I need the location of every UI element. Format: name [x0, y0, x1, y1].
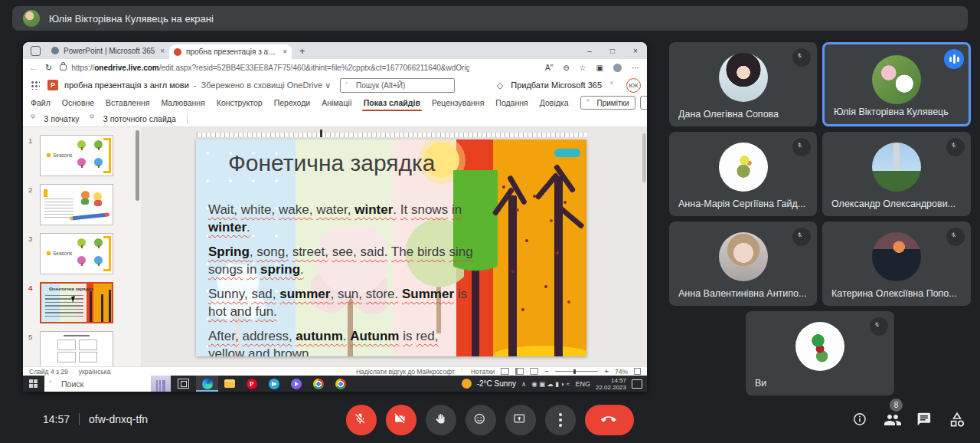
from-current-slide-button[interactable]: З поточного слайда	[90, 114, 175, 123]
new-tab-button[interactable]: +	[299, 45, 305, 57]
slide-sorter-icon[interactable]	[515, 368, 524, 375]
slide-title[interactable]: Фонетична зарядка	[228, 150, 435, 176]
notes-button[interactable]: Нотатки	[461, 368, 495, 376]
refresh-button[interactable]: ↻	[45, 63, 52, 73]
participant-tile[interactable]: Олександр Олександрови...	[822, 132, 971, 216]
taskbar-telegram-icon[interactable]	[263, 376, 285, 392]
normal-view-icon[interactable]	[501, 368, 509, 375]
taskbar-pinterest-icon[interactable]: P	[240, 376, 263, 392]
chat-button[interactable]	[916, 411, 934, 429]
maximize-button[interactable]: □	[601, 47, 624, 55]
ribbon-tab-design[interactable]: Конструктор	[217, 98, 263, 107]
ribbon-tab-draw[interactable]: Малювання	[161, 98, 204, 107]
tab1-close-icon[interactable]: ×	[160, 47, 165, 55]
ribbon-tab-animations[interactable]: Анімації	[322, 98, 351, 107]
system-tray-icons[interactable]: ◉ ▣ ☁ ▮ ◗ ≈	[531, 380, 570, 388]
back-button[interactable]: ←	[29, 63, 38, 72]
reactions-button[interactable]	[466, 405, 496, 435]
mic-muted-icon	[946, 228, 965, 246]
browser-profile-avatar[interactable]	[613, 64, 622, 72]
activities-button[interactable]	[948, 411, 966, 429]
meeting-details-button[interactable]	[851, 411, 870, 429]
saved-status[interactable]: Збережено в сховищі OneDrive ∨	[201, 80, 331, 90]
zoom-out-button[interactable]: −	[544, 367, 549, 376]
slide-body-text[interactable]: Wait, white, wake, water, winter. It sno…	[208, 201, 475, 356]
taskbar-clock[interactable]: 14:5722.02.2023	[596, 377, 626, 391]
browser-menu-icon[interactable]: ⋯	[632, 64, 639, 72]
tray-expand-icon[interactable]: ∧	[521, 380, 526, 388]
participant-tile[interactable]: Дана Олегівна Сопова	[669, 42, 817, 126]
zoom-icon[interactable]: ⊖	[563, 64, 569, 72]
start-button[interactable]	[29, 379, 38, 389]
panel-scrollbar[interactable]	[136, 130, 139, 201]
slideshow-view-icon[interactable]	[530, 368, 538, 375]
camera-toggle-button[interactable]	[386, 405, 416, 435]
participant-tile[interactable]: Катерина Олексіївна Попо...	[822, 222, 971, 306]
participant-tile-speaking[interactable]: Юлія Вікторівна Кулявець	[822, 42, 971, 126]
zoom-in-button[interactable]: +	[604, 367, 609, 376]
self-tile[interactable]: Ви	[746, 311, 894, 395]
zoom-percentage[interactable]: 74%	[615, 368, 628, 376]
catchup-icon[interactable]	[640, 96, 648, 110]
powerpoint-logo[interactable]: P	[47, 80, 58, 90]
ribbon-tab-help[interactable]: Довідка	[540, 98, 569, 107]
more-options-button[interactable]	[545, 405, 576, 435]
url-text[interactable]: https://onedrive.live.com/edit.aspx?resi…	[71, 64, 469, 72]
taskbar-media-icon[interactable]	[285, 376, 307, 392]
ppt-search-box[interactable]: Пошук (Alt+Й)	[340, 78, 455, 93]
participant-tile[interactable]: Анна-Марія Сергіївна Гайд...	[669, 132, 817, 216]
slide-canvas[interactable]: Фонетична зарядка Wait, white, wake, wat…	[196, 139, 586, 356]
tab2-close-icon[interactable]: ×	[283, 48, 287, 56]
zoom-slider[interactable]	[555, 371, 598, 372]
browser-tab-powerpoint[interactable]: PowerPoint | Microsoft 365 ×	[47, 42, 169, 59]
from-beginning-button[interactable]: З початку	[31, 114, 79, 123]
participant-tile[interactable]: Анна Валентинівна Антипо...	[669, 222, 817, 306]
close-button[interactable]: ×	[624, 47, 647, 55]
slide-thumbnail-5[interactable]	[40, 331, 113, 366]
weather-text[interactable]: -2°C Sunny	[477, 379, 516, 388]
ribbon-tab-transitions[interactable]: Переходи	[274, 98, 311, 107]
participants-button[interactable]	[884, 411, 902, 429]
task-view-icon[interactable]	[178, 379, 189, 389]
leave-call-button[interactable]	[585, 405, 634, 435]
taskbar-search[interactable]: Поиск	[44, 376, 171, 392]
slide-thumbnail-4-selected[interactable]: Фонетична зарядка	[40, 282, 113, 323]
taskbar-explorer-icon[interactable]	[218, 376, 240, 392]
raise-hand-button[interactable]	[426, 405, 456, 435]
fit-slide-icon[interactable]	[634, 368, 641, 375]
slide-thumbnail-3[interactable]: Seasons	[40, 233, 113, 274]
mic-toggle-button[interactable]	[346, 405, 377, 435]
favorites-icon[interactable]: ☆	[580, 64, 586, 72]
slide-thumbnail-1[interactable]: Seasons	[40, 135, 113, 176]
ribbon-tab-file[interactable]: Файл	[31, 98, 51, 107]
taskbar-chrome2-icon[interactable]	[329, 376, 351, 392]
read-aloud-icon[interactable]: A"	[545, 64, 553, 72]
ribbon-tab-view[interactable]: Подання	[495, 98, 528, 107]
slide-paragraph: Spring, song, street, see, said. The bir…	[208, 243, 475, 278]
ribbon-tab-insert[interactable]: Вставлення	[106, 98, 149, 107]
feedback-link[interactable]: Надіслати відгук до Майкрософт	[356, 368, 455, 376]
comments-button[interactable]: Примітки	[580, 96, 635, 110]
tab-list-icon[interactable]	[31, 46, 41, 56]
collections-icon[interactable]: ▣	[596, 64, 603, 72]
file-title[interactable]: пробна презентація з англ мови	[64, 80, 189, 90]
slide-thumbnail-2[interactable]	[40, 184, 113, 225]
app-launcher-icon[interactable]	[31, 80, 40, 90]
action-center-icon[interactable]	[632, 379, 642, 389]
ribbon-tab-slideshow[interactable]: Показ слайдів	[364, 98, 420, 107]
buy-microsoft365-link[interactable]: Придбати Microsoft 365	[511, 80, 602, 90]
present-screen-button[interactable]	[505, 405, 536, 435]
taskbar-chrome-icon[interactable]	[307, 376, 329, 392]
settings-gear-icon[interactable]	[609, 80, 619, 90]
minimize-button[interactable]: –	[578, 47, 601, 55]
browser-tab-presentation[interactable]: пробна презентація з англ мов ×	[169, 44, 292, 59]
ribbon-tab-review[interactable]: Рецензування	[432, 98, 484, 107]
document-scrollbar[interactable]	[642, 133, 646, 182]
keyboard-language[interactable]: ENG	[575, 380, 590, 388]
tab2-favicon	[174, 48, 181, 56]
weather-icon[interactable]	[462, 379, 472, 389]
taskbar-edge-icon[interactable]	[196, 376, 218, 392]
ribbon-tab-home[interactable]: Основне	[62, 98, 94, 107]
language-indicator[interactable]: українська	[79, 368, 111, 376]
account-avatar[interactable]: ЮК	[626, 78, 641, 93]
